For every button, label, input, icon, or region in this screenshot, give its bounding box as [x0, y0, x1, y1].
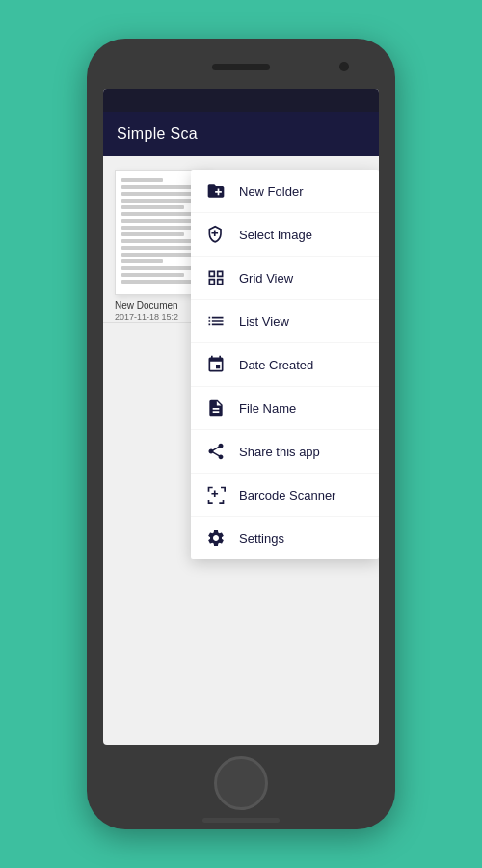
menu-label-date-created: Date Created — [239, 358, 313, 372]
menu-item-share-app[interactable]: Share this app — [191, 430, 379, 474]
phone-top-bar — [87, 52, 395, 81]
list-view-icon — [204, 310, 228, 333]
doc-line — [121, 246, 196, 250]
share-icon — [204, 440, 228, 463]
phone-front-camera — [339, 62, 349, 71]
doc-line — [121, 219, 196, 223]
menu-item-file-name[interactable]: File Name — [191, 387, 379, 430]
status-bar — [103, 89, 379, 112]
grid-view-icon — [204, 266, 228, 289]
menu-label-select-image: Select Image — [239, 228, 312, 242]
phone-frame: Simple Sca — [87, 39, 395, 829]
phone-screen: Simple Sca — [103, 89, 379, 745]
phone-speaker — [212, 64, 270, 70]
new-folder-icon — [204, 179, 228, 203]
menu-item-new-folder[interactable]: New Folder — [191, 170, 379, 213]
doc-line — [121, 259, 163, 263]
menu-item-barcode-scanner[interactable]: Barcode Scanner — [191, 474, 379, 517]
menu-item-select-image[interactable]: Select Image — [191, 213, 379, 257]
context-menu: New Folder Select Image — [191, 170, 379, 559]
home-button[interactable] — [214, 756, 268, 810]
menu-label-share-app: Share this app — [239, 445, 320, 459]
menu-item-list-view[interactable]: List View — [191, 300, 379, 343]
menu-label-grid-view: Grid View — [239, 271, 293, 285]
app-header: Simple Sca — [103, 112, 379, 156]
doc-line — [121, 273, 184, 277]
select-image-icon — [204, 223, 228, 246]
doc-line — [121, 232, 184, 236]
doc-line — [121, 178, 163, 182]
barcode-icon — [204, 483, 228, 506]
menu-item-grid-view[interactable]: Grid View — [191, 257, 379, 300]
phone-bottom-edge — [202, 818, 280, 823]
menu-item-date-created[interactable]: Date Created — [191, 343, 379, 387]
phone-bottom — [87, 750, 395, 823]
date-icon — [204, 353, 228, 376]
app-title: Simple Sca — [117, 125, 198, 143]
settings-icon — [204, 527, 228, 550]
doc-line — [121, 280, 196, 284]
doc-line — [121, 192, 196, 196]
menu-label-file-name: File Name — [239, 401, 296, 416]
menu-label-barcode-scanner: Barcode Scanner — [239, 488, 335, 502]
doc-line — [121, 205, 184, 209]
app-main: New Documen 2017-11-18 15:2 New Folder — [103, 170, 379, 322]
menu-label-settings: Settings — [239, 531, 284, 546]
menu-label-new-folder: New Folder — [239, 184, 303, 199]
menu-item-settings[interactable]: Settings — [191, 517, 379, 559]
file-icon — [204, 396, 228, 420]
menu-label-list-view: List View — [239, 314, 289, 329]
